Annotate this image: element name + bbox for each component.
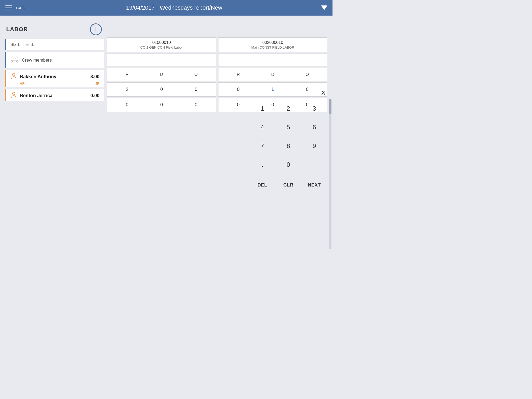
person-top-2: Benton Jerrica 0.00 <box>10 92 99 99</box>
menu-icon[interactable] <box>5 5 12 10</box>
p2c1o[interactable]: 0 <box>179 102 213 108</box>
numpad-key-empty <box>301 155 327 174</box>
numpad-key-8[interactable]: 8 <box>275 137 301 155</box>
start-label: Start: <box>10 42 20 47</box>
header: BACK 19/04/2017 - Wednesdays report/New <box>0 0 332 16</box>
col2-rdo-header: R D O <box>218 68 327 81</box>
numpad-x-row: X <box>249 88 327 97</box>
person-name-1: Bakken Anthony <box>20 74 88 79</box>
col2-code: 002000010 <box>222 40 324 45</box>
col1-code: 01000010 <box>110 40 213 45</box>
person-bottom-1: HR JR <box>10 82 99 85</box>
person1-col1-data[interactable]: 2 0 0 <box>107 82 216 97</box>
p1c1o[interactable]: 0 <box>179 87 213 92</box>
col-header-row: 01000010 CO 1 GEN CON Field Labor 002000… <box>107 37 327 52</box>
dropdown-icon[interactable] <box>321 5 327 10</box>
numpad-action-row: DEL CLR NEXT <box>249 177 327 194</box>
person-hours-2: 0.00 <box>90 93 99 98</box>
back-button[interactable]: BACK <box>16 6 27 10</box>
p1c1d[interactable]: 0 <box>144 87 179 92</box>
p2c1r[interactable]: 0 <box>110 102 144 108</box>
labor-header: LABOR + <box>5 21 104 38</box>
numpad-grid: 1 2 3 4 5 6 7 8 9 . 0 <box>249 99 327 174</box>
header-left: BACK <box>5 5 27 10</box>
p1c1r[interactable]: 2 <box>110 87 144 92</box>
col1-desc: CO 1 GEN CON Field Labor <box>110 45 213 49</box>
scrollbar-thumb[interactable] <box>329 99 331 114</box>
time-row[interactable]: Start: End: <box>5 39 104 50</box>
svg-point-2 <box>12 73 15 76</box>
svg-point-0 <box>12 57 14 59</box>
time-inputs-row <box>107 53 327 67</box>
crew-icon <box>10 56 19 64</box>
plus-icon: + <box>94 25 98 33</box>
person-top: Bakken Anthony 3.00 <box>10 73 99 81</box>
numpad-clr-button[interactable]: CLR <box>275 177 301 194</box>
col1-rdo-header: R D O <box>107 68 216 81</box>
numpad-key-1[interactable]: 1 <box>249 99 275 118</box>
add-labor-button[interactable]: + <box>90 23 102 35</box>
column-headers <box>107 21 327 36</box>
person-tag-jr: JR <box>95 82 99 85</box>
col2-o-label: O <box>290 72 324 77</box>
numpad-key-3[interactable]: 3 <box>301 99 327 118</box>
person-hours-1: 3.00 <box>90 74 99 79</box>
person-name-2: Benton Jerrica <box>20 93 88 98</box>
svg-point-1 <box>15 57 17 59</box>
page-title: 19/04/2017 - Wednesdays report/New <box>126 4 222 11</box>
numpad-key-9[interactable]: 9 <box>301 137 327 155</box>
person-tag-hr: HR <box>20 82 25 85</box>
labor-label: LABOR <box>6 26 28 33</box>
col1-time-input[interactable] <box>107 53 216 67</box>
person-icon-2 <box>10 92 17 99</box>
crew-members-label: Crew members <box>22 58 52 63</box>
person-row[interactable]: Bakken Anthony 3.00 HR JR <box>5 70 104 87</box>
svg-point-3 <box>12 92 15 95</box>
scrollbar[interactable] <box>329 99 331 249</box>
person2-col1-data[interactable]: 0 0 0 <box>107 98 216 112</box>
left-panel: LABOR + Start: End: Crew membe <box>5 21 104 244</box>
col1-o-label: O <box>179 72 213 77</box>
numpad-key-5[interactable]: 5 <box>275 118 301 137</box>
numpad-key-dot[interactable]: . <box>249 155 275 174</box>
numpad-key-6[interactable]: 6 <box>301 118 327 137</box>
col1-r-label: R <box>110 72 144 77</box>
numpad-key-2[interactable]: 2 <box>275 99 301 118</box>
numpad-del-button[interactable]: DEL <box>249 177 275 194</box>
col2-desc: Main CONST FIELD LABOR <box>222 45 324 49</box>
numpad-key-7[interactable]: 7 <box>249 137 275 155</box>
col2-time-input[interactable] <box>218 53 327 67</box>
col2-r-label: R <box>221 72 256 77</box>
crew-members-row[interactable]: Crew members <box>5 52 104 68</box>
col2-header: 002000010 Main CONST FIELD LABOR <box>218 37 327 52</box>
col2-d-label: D <box>256 72 290 77</box>
numpad-close-button[interactable]: X <box>319 88 327 97</box>
numpad-next-button[interactable]: NEXT <box>301 177 327 194</box>
col1-d-label: D <box>144 72 179 77</box>
main-content: LABOR + Start: End: Crew membe <box>0 16 332 249</box>
numpad-key-4[interactable]: 4 <box>249 118 275 137</box>
p2c1d[interactable]: 0 <box>144 102 179 108</box>
end-label: End: <box>25 42 34 47</box>
person-row-2[interactable]: Benton Jerrica 0.00 <box>5 89 104 101</box>
numpad: X 1 2 3 4 5 6 7 8 9 . 0 DEL CLR NEXT <box>249 88 327 194</box>
numpad-key-0[interactable]: 0 <box>275 155 301 174</box>
rdo-header-row: R D O R D O <box>107 68 327 81</box>
col1-header: 01000010 CO 1 GEN CON Field Labor <box>107 37 216 52</box>
person-icon <box>10 73 17 81</box>
